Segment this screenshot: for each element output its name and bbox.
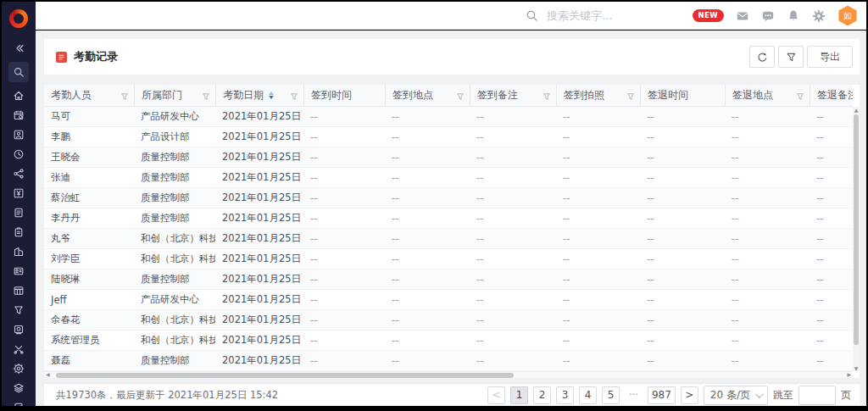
table-row[interactable]: 余春花和创（北京）科技股份...2021年01月25日 00:00-------… <box>44 310 853 330</box>
table-row[interactable]: 蔡治虹质量控制部2021年01月25日 00:00-------------- <box>44 188 853 208</box>
table-cell: 质量控制部 <box>134 269 215 289</box>
table-row[interactable]: 张迪质量控制部2021年01月25日 00:00-------------- <box>44 168 853 188</box>
scroll-up-icon[interactable]: ▲ <box>854 107 859 113</box>
table-cell: 2021年01月25日 00:00 <box>215 168 303 187</box>
column-header[interactable]: 考勤人员 <box>44 85 134 106</box>
vertical-scroll-thumb[interactable] <box>854 114 859 345</box>
page-button[interactable]: 3 <box>556 386 574 404</box>
filter-icon[interactable] <box>796 92 804 103</box>
page-button[interactable]: 4 <box>579 386 597 404</box>
organization-icon[interactable] <box>8 246 29 258</box>
table-row[interactable]: 刘学臣和创（北京）科技股份...2021年01月25日 00:00-------… <box>44 249 853 269</box>
table-cell: 李鹏 <box>44 127 134 147</box>
scroll-down-icon[interactable]: ▼ <box>854 365 859 371</box>
table-row[interactable]: 马可产品研发中心2021年01月25日 00:00-------------- <box>44 107 853 127</box>
page-button[interactable]: 2 <box>533 386 551 404</box>
report-icon[interactable] <box>8 402 29 406</box>
prev-page-button[interactable]: < <box>487 386 505 404</box>
column-label: 签到时间 <box>311 88 352 103</box>
table-row[interactable]: 王晓会质量控制部2021年01月25日 00:00-------------- <box>44 147 853 168</box>
table-cell: 余春花 <box>44 310 134 330</box>
user-avatar[interactable]: 如 <box>837 6 858 26</box>
column-header[interactable]: 考勤日期 <box>215 85 303 106</box>
new-badge[interactable]: NEW <box>693 9 725 22</box>
filter-icon[interactable] <box>120 92 129 103</box>
table-cell: -- <box>640 127 725 147</box>
jump-page-input[interactable] <box>798 386 836 405</box>
filter-icon[interactable] <box>456 92 465 103</box>
page-size-select[interactable]: 20 条/页 <box>704 386 768 405</box>
table-cell: 2021年01月25日 00:00 <box>215 188 303 208</box>
next-page-button[interactable]: > <box>681 386 698 404</box>
safe-icon[interactable] <box>8 324 29 336</box>
column-header[interactable]: 签到地点 <box>385 85 470 106</box>
gear-icon[interactable] <box>812 9 826 23</box>
column-header[interactable]: 签退地点 <box>725 85 810 106</box>
column-header[interactable]: 签到备注 <box>470 85 556 106</box>
table-cell: -- <box>556 168 640 187</box>
id-card-icon[interactable] <box>8 265 29 277</box>
table-cell: -- <box>640 269 725 289</box>
table-cell: 质量控制部 <box>134 188 215 208</box>
table-cell: -- <box>640 208 725 228</box>
filter-icon[interactable] <box>542 92 551 103</box>
vertical-scrollbar[interactable]: ▲ ▼ <box>853 107 860 371</box>
table-row[interactable]: 李鹏产品设计部2021年01月25日 00:00-------------- <box>44 127 853 147</box>
approval-icon[interactable] <box>8 129 29 141</box>
table-cell: -- <box>725 249 810 269</box>
column-header[interactable]: 签到拍照 <box>556 85 640 106</box>
bell-icon[interactable] <box>787 9 800 23</box>
column-header[interactable]: 所属部门 <box>134 85 215 106</box>
global-search <box>526 2 672 30</box>
scroll-right-icon[interactable]: ▶ <box>847 371 851 377</box>
refresh-button[interactable] <box>749 46 775 68</box>
table-cell: -- <box>556 249 640 269</box>
column-header[interactable]: 签退备注 <box>810 85 853 106</box>
calendar-icon[interactable] <box>8 109 29 121</box>
horizontal-scrollbar[interactable]: ◀ ▶ <box>44 371 853 378</box>
column-header[interactable]: 签退时间 <box>640 85 725 106</box>
home-icon[interactable] <box>8 90 29 102</box>
layers-icon[interactable] <box>8 382 29 394</box>
column-header[interactable]: 签到时间 <box>303 85 385 106</box>
search-input[interactable] <box>545 8 672 23</box>
table-cell: -- <box>470 168 556 187</box>
table-cell: -- <box>303 127 385 147</box>
filter-icon[interactable] <box>202 92 210 103</box>
share-icon[interactable] <box>8 168 29 180</box>
app-logo-icon[interactable] <box>9 9 28 28</box>
horizontal-scroll-thumb[interactable] <box>56 373 514 378</box>
search-icon[interactable] <box>8 62 29 82</box>
table-row[interactable]: 李丹丹质量控制部2021年01月25日 00:00-------------- <box>44 208 853 229</box>
table-cell: -- <box>810 229 853 248</box>
chat-icon[interactable] <box>761 9 775 23</box>
page-button[interactable]: 1 <box>510 386 528 404</box>
table-row[interactable]: 陆晓琳质量控制部2021年01月25日 00:00-------------- <box>44 269 853 290</box>
page-button[interactable]: 5 <box>602 386 620 404</box>
filter-button[interactable] <box>778 46 804 68</box>
collapse-icon[interactable] <box>8 42 29 54</box>
table-row[interactable]: 系统管理员和创（北京）科技股份...2021年01月25日 00:00-----… <box>44 330 853 351</box>
document-icon[interactable] <box>8 207 29 219</box>
schedule-icon[interactable] <box>8 285 29 297</box>
table-row[interactable]: Jeff产品研发中心2021年01月25日 00:00-------------… <box>44 290 853 310</box>
filter-icon[interactable] <box>290 92 298 103</box>
gear-badge-icon[interactable] <box>8 363 29 375</box>
clock-icon[interactable] <box>8 148 29 160</box>
scissors-icon[interactable] <box>8 343 29 355</box>
table-cell: -- <box>385 127 470 147</box>
table-cell: 丸爷 <box>44 229 134 248</box>
table-row[interactable]: 聂磊质量控制部2021年01月25日 00:00-------------- <box>44 351 853 371</box>
mail-icon[interactable] <box>736 9 749 23</box>
filter-icon[interactable] <box>626 92 635 103</box>
page-button[interactable]: 987 <box>648 386 676 404</box>
export-button[interactable]: 导出 <box>807 46 853 68</box>
clipboard-icon[interactable] <box>8 226 29 238</box>
table-cell: -- <box>725 147 810 167</box>
table-cell: -- <box>303 351 385 370</box>
funnel-icon[interactable] <box>8 304 29 316</box>
scroll-left-icon[interactable]: ◀ <box>46 371 50 377</box>
sort-icon[interactable] <box>269 92 274 99</box>
table-row[interactable]: 丸爷和创（北京）科技股份...2021年01月25日 00:00--------… <box>44 229 853 249</box>
currency-icon[interactable] <box>8 187 29 199</box>
